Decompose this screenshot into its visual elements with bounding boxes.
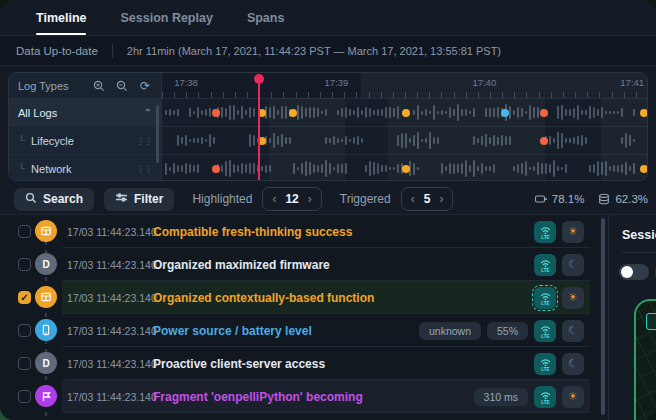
waveform-bar (349, 109, 351, 115)
stepper-next-icon[interactable]: › (308, 193, 312, 205)
waveform-bar (269, 107, 271, 118)
log-type-network[interactable]: └ Network ⋮⋮ (9, 154, 161, 181)
event-marker-dot[interactable] (540, 137, 548, 145)
waveform-bar (309, 107, 311, 119)
waveform-bar (321, 111, 323, 115)
tab-timeline[interactable]: Timeline (36, 0, 86, 35)
event-marker-dot[interactable] (212, 109, 220, 117)
event-marker-dot[interactable] (402, 165, 410, 173)
waveform-bar (497, 137, 499, 145)
timeline-track-all-logs[interactable] (162, 98, 647, 126)
waveform-bar (253, 108, 255, 118)
sun-icon[interactable]: ☀ (562, 221, 584, 243)
search-button[interactable]: Search (14, 188, 94, 211)
tab-bar: TimelineSession ReplaySpans (0, 0, 656, 36)
waveform-bar (177, 109, 179, 116)
chevron-up-icon[interactable]: ⌃ (144, 107, 152, 118)
waveform-bar (549, 136, 551, 146)
event-marker-dot[interactable] (640, 165, 647, 173)
session-replay-device-preview[interactable] (634, 299, 656, 420)
moon-icon[interactable]: ☾ (562, 320, 584, 342)
waveform-bar (189, 139, 191, 143)
tab-session-replay[interactable]: Session Replay (120, 0, 212, 35)
log-title[interactable]: Compatible fresh-thinking success (153, 225, 352, 239)
vertical-divider (112, 44, 113, 58)
tab-spans[interactable]: Spans (247, 0, 285, 35)
log-row-checkbox[interactable]: ✓ (18, 291, 31, 304)
log-row[interactable]: D17/03 11:44:23.140Proactive client-serv… (0, 347, 600, 380)
log-title[interactable]: Organized contextually-based function (153, 291, 374, 305)
waveform-bar (509, 136, 511, 145)
network-lte-button[interactable]: LTE (534, 386, 556, 408)
moon-icon[interactable]: ☾ (562, 353, 584, 375)
waveform-bar (317, 108, 319, 117)
timeline-track-network[interactable] (162, 154, 647, 180)
waveform-bar (493, 108, 495, 118)
timeline-track-lifecycle[interactable] (162, 126, 647, 154)
waveform-bar (397, 164, 399, 173)
playhead[interactable] (258, 75, 260, 180)
waveform-bar (565, 164, 567, 174)
network-lte-button[interactable]: LTE (534, 353, 556, 375)
waveform-bar (361, 110, 363, 116)
log-types-scrollbar[interactable] (156, 105, 159, 163)
waveform-bar (429, 132, 431, 149)
log-row[interactable]: D17/03 11:44:23.140Organized maximized f… (0, 248, 600, 281)
event-marker-dot[interactable] (212, 165, 220, 173)
log-title[interactable]: Fragment 'oenpelliPython' becoming (153, 390, 363, 404)
log-row-checkbox[interactable] (18, 357, 31, 370)
waveform-bar (185, 135, 187, 146)
triggered-stepper: ‹ 5 › (401, 187, 454, 211)
refresh-icon[interactable]: ⟳ (138, 79, 152, 93)
log-row[interactable]: 17/03 11:44:23.140Fragment 'oenpelliPyth… (0, 380, 600, 413)
waveform-bar (397, 106, 399, 119)
zoom-in-icon[interactable] (92, 79, 106, 93)
drag-handle-icon[interactable]: ⋮⋮ (136, 136, 152, 146)
log-type-all-logs[interactable]: All Logs ⌃ (9, 98, 161, 126)
log-row[interactable]: 17/03 11:44:23.140Compatible fresh-think… (0, 215, 600, 248)
session-toggle[interactable] (619, 264, 649, 280)
stepper-prev-icon[interactable]: ‹ (411, 193, 415, 205)
log-row-checkbox[interactable] (18, 258, 31, 271)
network-lte-button[interactable]: LTE (534, 254, 556, 276)
sun-icon[interactable]: ☀ (562, 287, 584, 309)
log-title[interactable]: Proactive client-server access (153, 357, 325, 371)
moon-icon[interactable]: ☾ (562, 254, 584, 276)
log-value-badge: unknown (419, 322, 481, 340)
storage-value: 62.3% (615, 193, 648, 205)
sun-icon[interactable]: ☀ (562, 386, 584, 408)
log-title[interactable]: Power source / battery level (153, 324, 312, 338)
waveform-bar (437, 111, 439, 114)
event-marker-dot[interactable] (640, 109, 647, 117)
log-row-checkbox[interactable] (18, 390, 31, 403)
network-lte-button[interactable]: LTE (534, 221, 556, 243)
log-row-checkbox[interactable] (18, 324, 31, 337)
filter-button[interactable]: Filter (104, 188, 174, 211)
waveform-bar (517, 107, 519, 117)
stepper-prev-icon[interactable]: ‹ (272, 193, 276, 205)
log-title[interactable]: Organized maximized firmware (153, 258, 330, 272)
zoom-out-icon[interactable] (115, 79, 129, 93)
log-row[interactable]: 17/03 11:44:23.140Power source / battery… (0, 314, 600, 347)
drag-handle-icon[interactable]: ⋮⋮ (136, 164, 152, 174)
ruler-time-label: 17:38 (174, 77, 198, 88)
event-marker-dot[interactable] (289, 109, 297, 117)
timeline-ruler[interactable]: 17:3817:3917:4017:41 (162, 73, 647, 98)
highlighted-label: Highlighted (192, 192, 252, 206)
waveform-bar (353, 110, 355, 115)
event-marker-dot[interactable] (540, 109, 548, 117)
waveform-bar (477, 138, 479, 142)
event-marker-dot[interactable] (402, 109, 410, 117)
waveform-bar (349, 139, 351, 143)
log-type-lifecycle[interactable]: └ Lifecycle ⋮⋮ (9, 126, 161, 154)
log-row[interactable]: ✓17/03 11:44:23.140Organized contextuall… (0, 281, 600, 314)
waveform-bar (413, 135, 415, 146)
waveform-bar (357, 136, 359, 145)
network-lte-button[interactable]: LTE (534, 287, 556, 309)
event-marker-dot[interactable] (501, 109, 509, 117)
log-row-checkbox[interactable] (18, 225, 31, 238)
stepper-next-icon[interactable]: › (439, 193, 443, 205)
log-list-scrollbar[interactable] (601, 218, 605, 415)
network-lte-button[interactable]: LTE (534, 320, 556, 342)
waveform-bar (565, 138, 567, 143)
